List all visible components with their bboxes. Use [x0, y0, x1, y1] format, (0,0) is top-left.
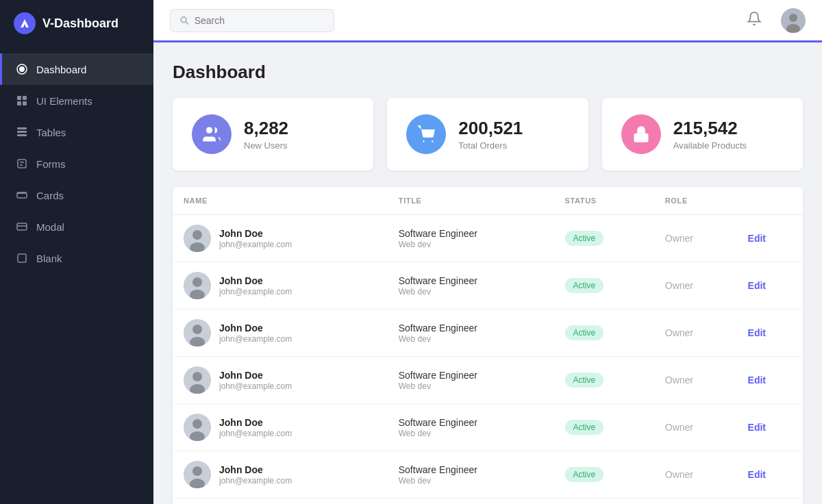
data-table-card: NAME TITLE STATUS ROLE [173, 187, 803, 504]
new-users-number: 8,282 [244, 118, 288, 139]
status-cell: Active [554, 357, 654, 404]
status-cell: Active [554, 215, 654, 262]
sidebar-navigation: Dashboard UI Elements Tables Forms Cards [0, 53, 153, 274]
svg-rect-4 [23, 96, 27, 100]
stat-card-products: 215,542 Available Products [602, 98, 803, 171]
edit-button[interactable]: Edit [748, 469, 766, 480]
title-main: Software Engineer [399, 417, 543, 428]
title-sub: Web dev [399, 240, 543, 249]
role-text: Owner [665, 469, 693, 480]
edit-button[interactable]: Edit [748, 375, 766, 386]
content-area: Dashboard 8,282 New Users 200,521 Total … [153, 42, 822, 504]
products-label: Available Products [673, 140, 747, 151]
status-badge: Active [565, 467, 604, 482]
action-cell: Edit [737, 499, 803, 505]
search-input[interactable] [195, 15, 324, 26]
name-cell: John Doe john@example.com [173, 310, 388, 357]
title-sub: Web dev [399, 476, 543, 486]
svg-point-31 [192, 277, 202, 287]
title-sub: Web dev [399, 381, 543, 391]
role-text: Owner [665, 280, 693, 291]
user-name: John Doe [219, 370, 292, 381]
user-email: john@example.com [219, 381, 292, 391]
ui-elements-icon [16, 94, 28, 107]
edit-button[interactable]: Edit [748, 233, 766, 244]
action-cell: Edit [737, 262, 803, 310]
sidebar-item-blank[interactable]: Blank [0, 242, 153, 274]
sidebar-item-forms[interactable]: Forms [0, 148, 153, 179]
svg-point-23 [206, 127, 212, 134]
role-text: Owner [665, 375, 693, 386]
svg-rect-3 [17, 96, 21, 100]
role-text: Owner [665, 422, 693, 433]
table-row: John Doe john@example.com Software Engin… [173, 262, 803, 310]
role-cell: Owner [654, 499, 737, 505]
sidebar-item-tables[interactable]: Tables [0, 116, 153, 148]
main-area: Dashboard 8,282 New Users 200,521 Total … [153, 0, 822, 504]
svg-point-28 [192, 230, 202, 240]
edit-button[interactable]: Edit [748, 422, 766, 433]
svg-rect-6 [23, 101, 27, 105]
role-cell: Owner [654, 262, 737, 310]
user-avatar-0 [184, 225, 211, 252]
notification-bell[interactable] [747, 11, 762, 29]
user-email: john@example.com [219, 429, 292, 438]
new-users-info: 8,282 New Users [244, 118, 288, 151]
title-main: Software Engineer [399, 370, 543, 381]
status-badge: Active [565, 373, 604, 388]
edit-button[interactable]: Edit [748, 280, 766, 291]
table-body: John Doe john@example.com Software Engin… [173, 215, 803, 505]
role-cell: Owner [654, 404, 737, 451]
table-row: John Doe john@example.com Software Engin… [173, 215, 803, 262]
user-avatar-1 [184, 272, 211, 299]
svg-line-19 [186, 21, 188, 24]
status-cell: Active [554, 262, 654, 310]
role-text: Owner [665, 327, 693, 338]
title-cell: Software Engineer Web dev [388, 215, 554, 262]
search-icon [180, 16, 189, 25]
sidebar-item-cards[interactable]: Cards [0, 179, 153, 211]
svg-rect-8 [17, 131, 27, 133]
sidebar-item-modal[interactable]: Modal [0, 211, 153, 242]
avatar-image [781, 8, 806, 33]
user-avatar[interactable] [781, 8, 806, 33]
total-orders-info: 200,521 Total Orders [458, 118, 523, 151]
page-title: Dashboard [173, 62, 803, 83]
status-badge: Active [565, 278, 604, 293]
svg-rect-15 [17, 223, 27, 230]
name-cell: John Doe john@example.com [173, 262, 388, 310]
sidebar-item-ui-elements[interactable]: UI Elements [0, 85, 153, 116]
col-header-actions [737, 187, 803, 215]
action-cell: Edit [737, 215, 803, 262]
col-header-status: STATUS [554, 187, 654, 215]
name-cell: John Doe john@example.com [173, 451, 388, 499]
title-sub: Web dev [399, 429, 543, 438]
table-header: NAME TITLE STATUS ROLE [173, 187, 803, 215]
status-cell: Active [554, 404, 654, 451]
col-header-name: NAME [173, 187, 388, 215]
svg-point-40 [192, 419, 202, 429]
sidebar-item-modal-label: Modal [36, 221, 64, 233]
stat-cards-row: 8,282 New Users 200,521 Total Orders 2 [173, 98, 803, 171]
svg-rect-26 [634, 134, 648, 142]
role-cell: Owner [654, 357, 737, 404]
user-avatar-2 [184, 319, 211, 346]
dashboard-icon [16, 63, 28, 75]
sidebar-item-tables-label: Tables [36, 127, 66, 138]
sidebar-item-dashboard[interactable]: Dashboard [0, 53, 153, 85]
col-header-title: TITLE [388, 187, 554, 215]
svg-rect-17 [18, 254, 26, 262]
logo-icon [14, 12, 36, 34]
new-users-label: New Users [244, 140, 288, 151]
svg-rect-9 [17, 134, 27, 136]
new-users-icon [192, 114, 232, 154]
search-box[interactable] [170, 9, 334, 32]
edit-button[interactable]: Edit [748, 327, 766, 338]
cards-icon [16, 189, 28, 201]
title-main: Software Engineer [399, 464, 543, 475]
status-badge: Active [565, 420, 604, 435]
products-number: 215,542 [673, 118, 747, 139]
modal-icon [16, 220, 28, 233]
products-icon [621, 114, 661, 154]
svg-point-34 [192, 325, 202, 334]
